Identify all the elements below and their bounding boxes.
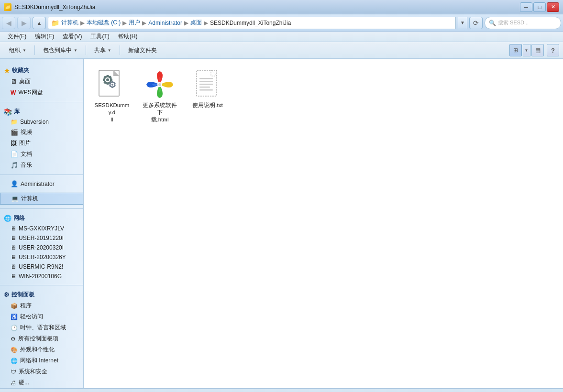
network-header[interactable]: 🌐 网络	[0, 213, 83, 224]
svg-rect-27	[199, 81, 213, 82]
path-users[interactable]: 用户	[129, 19, 140, 27]
control-panel-header[interactable]: ⚙ 控制面板	[0, 289, 83, 300]
include-library-button[interactable]: 包含到库中 ▼	[38, 44, 83, 57]
txt-file-label: 使用说明.txt	[192, 102, 222, 109]
sidebar-item-administrator[interactable]: 👤 Administrator	[0, 179, 83, 189]
sidebar-item-ms-gxk[interactable]: 🖥 MS-GXKIXRYJLV	[0, 224, 83, 233]
svg-rect-24	[197, 70, 217, 96]
ease-access-icon: ♿	[11, 314, 18, 320]
svg-rect-15	[111, 81, 113, 83]
library-header[interactable]: 📚 库	[0, 106, 83, 117]
network-node-icon-1: 🖥	[11, 225, 16, 232]
file-item-dll[interactable]: SESDKDummy.dll	[90, 66, 133, 127]
sidebar-item-user-202003-1[interactable]: 🖥 USER-20200320I	[0, 243, 83, 252]
ms-gxk-label: MS-GXKIXRYJLV	[19, 225, 64, 232]
view-dropdown-button[interactable]: ▼	[523, 44, 530, 56]
toolbar: 组织 ▼ 包含到库中 ▼ 共享 ▼ 新建文件夹 ⊞ ▼ ▤ ?	[0, 42, 563, 59]
new-folder-button[interactable]: 新建文件夹	[123, 44, 162, 57]
content-area: SESDKDummy.dll	[84, 59, 563, 388]
address-bar[interactable]: 📁 计算机 ▶ 本地磁盘 (C:) ▶ 用户 ▶ Administrator ▶…	[48, 17, 456, 29]
search-box[interactable]: 🔍 搜索 SESD...	[485, 17, 561, 29]
programs-icon: 📦	[11, 303, 18, 309]
address-dropdown[interactable]: ▼	[458, 17, 467, 29]
svg-point-23	[158, 83, 161, 86]
path-desktop[interactable]: 桌面	[190, 19, 202, 27]
back-button[interactable]: ◀	[2, 17, 15, 29]
docs-icon: 📄	[11, 151, 18, 158]
sidebar-item-images[interactable]: 🖼 图片	[0, 138, 83, 149]
svg-rect-29	[199, 87, 210, 88]
maximize-button[interactable]: □	[533, 2, 546, 12]
menu-view[interactable]: 查看(V)	[59, 32, 86, 42]
minimize-button[interactable]: ─	[520, 2, 532, 12]
path-drive[interactable]: 本地磁盘 (C:)	[87, 19, 121, 27]
svg-rect-9	[107, 83, 109, 85]
close-button[interactable]: ✕	[547, 2, 559, 12]
admin-section: 👤 Administrator	[0, 177, 83, 191]
refresh-button[interactable]: ⟳	[469, 17, 483, 29]
sidebar-item-music[interactable]: 🎵 音乐	[0, 160, 83, 171]
search-placeholder: 搜索 SESD...	[498, 19, 529, 26]
network-section: 🌐 网络 🖥 MS-GXKIXRYJLV 🖥 USER-20191220I 🖥 …	[0, 211, 83, 283]
sidebar-divider-3	[0, 208, 83, 209]
forward-button[interactable]: ▶	[17, 17, 31, 29]
sidebar-item-all-control[interactable]: ⚙ 所有控制面板项	[0, 333, 83, 344]
view-icon-button[interactable]: ⊞	[509, 44, 522, 56]
toolbar-separator-2	[86, 45, 86, 55]
sidebar-divider-2	[0, 174, 83, 175]
clock-lang-label: 时钟、语言和区域	[20, 324, 66, 332]
sidebar-item-system-security[interactable]: 🛡 系统和安全	[0, 366, 83, 377]
sidebar-item-ease-access[interactable]: ♿ 轻松访问	[0, 311, 83, 322]
title-bar-controls: ─ □ ✕	[520, 2, 559, 12]
file-item-html[interactable]: 更多系统软件下载.html	[138, 66, 181, 127]
sidebar-item-hardware[interactable]: 🖨 硬...	[0, 377, 83, 388]
svg-rect-18	[111, 87, 113, 88]
music-label: 音乐	[21, 161, 32, 169]
sidebar-item-user-202003-2[interactable]: 🖥 USER-20200326Y	[0, 252, 83, 262]
up-button[interactable]: ▲	[33, 17, 46, 29]
music-icon: 🎵	[11, 162, 18, 169]
favorites-header[interactable]: ★ 收藏夹	[0, 65, 83, 76]
sidebar-item-desktop[interactable]: 🖥 桌面	[0, 76, 83, 87]
share-button[interactable]: 共享 ▼	[89, 44, 117, 57]
sidebar-item-clock-lang[interactable]: 🕐 时钟、语言和区域	[0, 322, 83, 333]
sidebar-item-subversion[interactable]: 📁 Subversion	[0, 117, 83, 127]
sidebar-item-user-2019[interactable]: 🖥 USER-20191220I	[0, 233, 83, 243]
sidebar: ★ 收藏夹 🖥 桌面 W WPS网盘 📚 库 📁 Subversion	[0, 59, 84, 388]
programs-label: 程序	[20, 302, 32, 310]
file-item-txt[interactable]: 使用说明.txt	[186, 66, 229, 127]
sidebar-item-docs[interactable]: 📄 文档	[0, 149, 83, 160]
sidebar-item-appearance[interactable]: 🎨 外观和个性化	[0, 344, 83, 355]
main-area: ★ 收藏夹 🖥 桌面 W WPS网盘 📚 库 📁 Subversion	[0, 59, 563, 388]
path-computer[interactable]: 计算机	[61, 19, 78, 27]
sidebar-item-network-internet[interactable]: 🌐 网络和 Internet	[0, 355, 83, 366]
svg-rect-28	[199, 84, 213, 85]
dll-file-label: SESDKDummy.dll	[93, 102, 131, 123]
organize-button[interactable]: 组织 ▼	[4, 44, 32, 57]
control-panel-label: 控制面板	[11, 291, 34, 299]
path-admin[interactable]: Administrator	[148, 20, 182, 26]
menu-file[interactable]: 文件(F)	[4, 32, 30, 42]
view-controls: ⊞ ▼ ▤ ?	[509, 44, 559, 56]
sidebar-item-win[interactable]: 🖥 WIN-20200106G	[0, 272, 83, 281]
sidebar-item-video[interactable]: 🎬 视频	[0, 127, 83, 138]
menu-help[interactable]: 帮助(H)	[114, 32, 142, 42]
svg-rect-7	[110, 79, 112, 81]
wps-label: WPS网盘	[18, 88, 43, 97]
help-button[interactable]: ?	[547, 44, 559, 56]
favorites-label: 收藏夹	[12, 66, 29, 75]
computer-label: 计算机	[21, 195, 38, 203]
details-pane-button[interactable]: ▤	[531, 44, 544, 56]
svg-rect-26	[199, 78, 213, 79]
sidebar-item-computer[interactable]: 💻 计算机	[0, 193, 83, 205]
desktop-label: 桌面	[19, 77, 31, 86]
sidebar-item-programs[interactable]: 📦 程序	[0, 300, 83, 311]
sidebar-item-wps[interactable]: W WPS网盘	[0, 87, 83, 98]
sidebar-item-usermic[interactable]: 🖥 USERMIC-R9N2!	[0, 262, 83, 272]
appearance-icon: 🎨	[11, 347, 18, 353]
images-icon: 🖼	[11, 140, 17, 147]
menu-tools[interactable]: 工具(T)	[87, 32, 113, 42]
window-title: SESDKDummydll_XiTongZhiJia	[14, 4, 95, 11]
svg-rect-30	[199, 89, 213, 91]
menu-edit[interactable]: 编辑(E)	[31, 32, 58, 42]
